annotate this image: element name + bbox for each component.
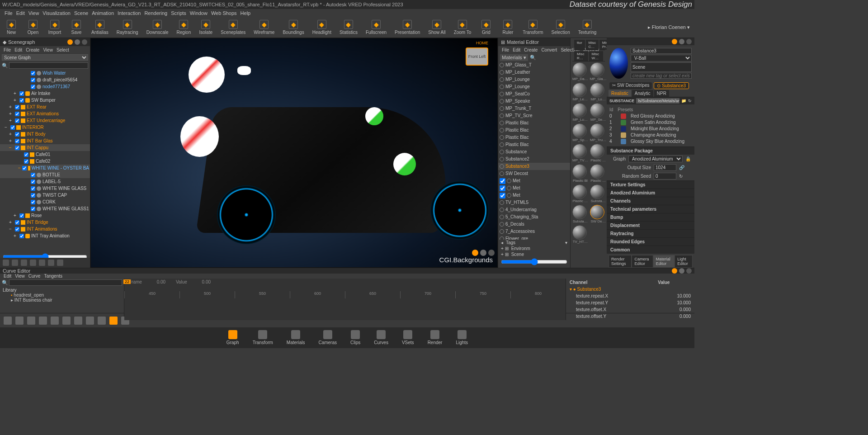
timeline-ruler[interactable]: 450500550600650700750800 (124, 291, 566, 298)
pin-icon[interactable]: ◆ (3, 39, 6, 45)
tree-node[interactable]: +INT Tray Animation (0, 232, 90, 239)
graph-select[interactable]: Anodized Aluminium (628, 156, 683, 162)
tree-node[interactable]: CORK (0, 199, 90, 205)
tree-node[interactable]: +EXT Rear (0, 104, 90, 110)
render-mode-tabs[interactable]: RealisticAnalyticNPR (607, 90, 694, 97)
channel-row[interactable]: texture.repeat.X10.000 (567, 293, 693, 299)
scenegraph-search-input[interactable] (9, 62, 88, 69)
visibility-checkbox[interactable] (10, 125, 15, 130)
tree-node[interactable]: +INT Bar Glas (0, 137, 90, 144)
module-render[interactable]: Render (428, 330, 443, 345)
thumb-tab[interactable]: Misc W… (589, 51, 604, 61)
material-row[interactable]: MP_Leather (498, 69, 570, 76)
module-tab-camera-editor[interactable]: Camera Editor (632, 255, 653, 268)
menu-file[interactable]: File (5, 10, 13, 16)
module-curves[interactable]: Curves (374, 330, 388, 345)
thumb-tab[interactable]: Misc Pr… (599, 40, 607, 50)
visibility-checkbox[interactable] (15, 139, 19, 143)
visibility-checkbox[interactable] (22, 166, 27, 170)
menu-animation[interactable]: Animation (92, 10, 114, 16)
tangent-smooth-icon[interactable] (74, 317, 82, 325)
breadcrumb-item[interactable]: ⊙ Substance3 (654, 82, 689, 89)
viewport-render[interactable]: HOME Front Left CGI.Backgrounds (91, 38, 497, 267)
visibility-checkbox[interactable] (31, 85, 35, 89)
channel-row[interactable]: texture.repeat.Y10.000 (567, 300, 693, 306)
material-thumb[interactable] (572, 123, 587, 138)
material-thumb[interactable] (572, 62, 587, 77)
tree-node[interactable]: +Air Intake (0, 90, 90, 97)
materials-button[interactable]: Materials ▾ (500, 54, 528, 61)
visibility-checkbox[interactable] (24, 152, 28, 157)
material-row[interactable]: 7_Accessoires (498, 228, 570, 235)
playhead[interactable]: 22 (123, 279, 131, 284)
visibility-checkbox[interactable] (19, 213, 24, 218)
toolbar-show-all[interactable]: ◆Show All (428, 20, 445, 35)
section-displacement[interactable]: Displacement (607, 221, 694, 229)
visibility-checkbox[interactable] (15, 146, 19, 150)
module-tab-render-settings[interactable]: Render Settings (609, 255, 632, 268)
prop-min-icon[interactable] (679, 39, 684, 44)
tree-node[interactable]: −INT Cappu (0, 144, 90, 151)
visibility-checkbox[interactable] (15, 220, 19, 225)
preset-row[interactable]: 0Red Glossy Anodizing (609, 113, 692, 119)
tangent-auto-icon[interactable] (27, 317, 35, 325)
visibility-checkbox[interactable] (31, 193, 35, 198)
navcube-home[interactable]: HOME (476, 41, 488, 45)
material-row[interactable]: MP_Trunk_T (498, 105, 570, 112)
material-thumbnails[interactable]: ttorMisc C…Misc Pr… Misc R…Misc W… MP_Da… (571, 38, 607, 268)
toolbar-presentation[interactable]: ◆Presentation (395, 20, 420, 35)
tree-node[interactable]: BOTTLE (0, 171, 90, 178)
visibility-checkbox[interactable] (31, 78, 35, 82)
visibility-checkbox[interactable] (24, 159, 28, 164)
toolbar-wireframe[interactable]: ◆Wireframe (254, 20, 274, 35)
curve-min-icon[interactable] (679, 268, 684, 274)
toolbar-statistics[interactable]: ◆Statistics (340, 20, 358, 35)
breadcrumb-item[interactable]: ✂ SW Decostripes (609, 82, 652, 89)
material-thumb[interactable] (572, 164, 587, 179)
material-thumb[interactable] (590, 83, 604, 97)
viewer-select[interactable]: V-Ball (631, 55, 692, 61)
menu-interaction[interactable]: Interaction (118, 10, 141, 16)
preset-row[interactable]: 1Green Satin Anodizing (609, 119, 692, 126)
tangent-free-icon[interactable] (98, 317, 106, 325)
tree-node[interactable]: +Rose (0, 212, 90, 219)
seed-input[interactable] (654, 173, 676, 180)
visibility-checkbox[interactable] (19, 234, 24, 238)
tree-node[interactable]: LABEL-5 (0, 178, 90, 185)
user-button[interactable]: ▸ Florian Coenen ▾ (648, 24, 690, 30)
sg-menu-file[interactable]: File (4, 47, 11, 52)
material-preview-ball[interactable] (609, 48, 628, 79)
material-row[interactable]: Plastic Blac (498, 134, 570, 141)
material-thumb[interactable] (572, 205, 587, 219)
section-anodized-aluminium[interactable]: Anodized Aluminium (607, 189, 694, 197)
visibility-checkbox[interactable] (19, 98, 24, 103)
tree-node[interactable]: draft_piece#5654 (0, 76, 90, 83)
tag-input[interactable] (631, 73, 692, 79)
curve-menu-curve[interactable]: Curve (28, 274, 41, 279)
tree-node[interactable]: −INTERIOR (0, 124, 90, 131)
material-thumb[interactable] (590, 144, 604, 158)
tree-node[interactable]: +EXT Undercarriage (0, 117, 90, 124)
material-row[interactable]: Met (498, 184, 570, 192)
material-row[interactable]: Plastic Blac (498, 141, 570, 148)
thumb-tab[interactable]: Misc C… (586, 40, 599, 50)
material-thumb[interactable] (590, 164, 604, 179)
thumb-tab[interactable]: Misc R… (574, 51, 588, 61)
render-tab-analytic[interactable]: Analytic (632, 90, 653, 97)
toolbar-fullscreen[interactable]: ◆Fullscreen (366, 20, 387, 35)
toolbar-new[interactable]: ◆New (5, 20, 18, 35)
toolbar-save[interactable]: ◆Save (70, 20, 83, 35)
me-menu-file[interactable]: File (502, 47, 509, 52)
render-tab-realistic[interactable]: Realistic (609, 90, 631, 97)
curve-close-icon[interactable] (686, 268, 692, 274)
sg-menu-select[interactable]: Select (57, 47, 69, 52)
module-transform[interactable]: Transform (253, 330, 273, 345)
toolbar-grid[interactable]: ◆Grid (479, 20, 493, 35)
menu-visualization[interactable]: Visualization (42, 10, 71, 16)
section-technical-parameters[interactable]: Technical parameters (607, 205, 694, 213)
me-menu-convert[interactable]: Convert (541, 47, 557, 52)
toolbar-antialias[interactable]: ◆Antialias (91, 20, 108, 35)
toolbar-transform[interactable]: ◆Transform (523, 20, 543, 35)
tree-node[interactable]: WHITE WINE GLASS (0, 185, 90, 192)
tree-node[interactable]: Cafe01 (0, 151, 90, 158)
